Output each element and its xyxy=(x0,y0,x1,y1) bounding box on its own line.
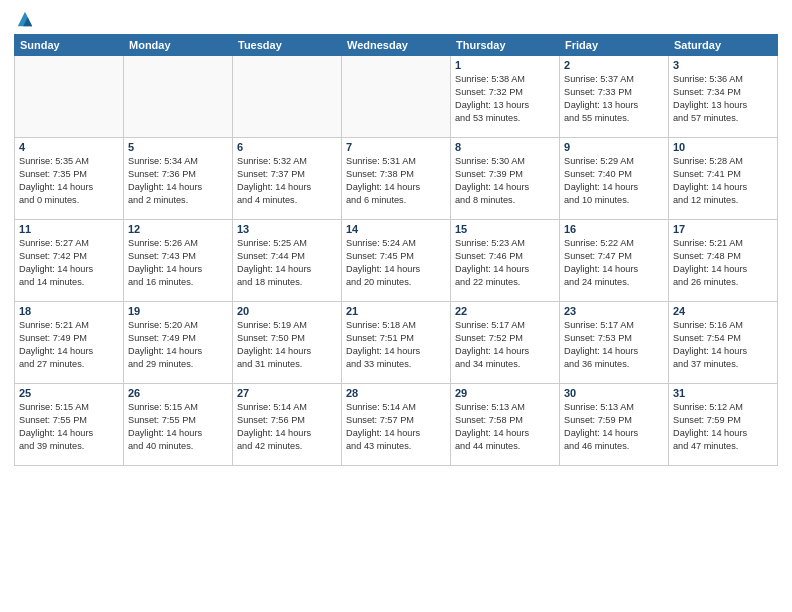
day-number: 29 xyxy=(455,387,555,399)
cell-info: Sunrise: 5:14 AMSunset: 7:56 PMDaylight:… xyxy=(237,401,337,453)
calendar-week-1: 1Sunrise: 5:38 AMSunset: 7:32 PMDaylight… xyxy=(15,56,778,138)
cell-info: Sunrise: 5:17 AMSunset: 7:52 PMDaylight:… xyxy=(455,319,555,371)
calendar-cell: 21Sunrise: 5:18 AMSunset: 7:51 PMDayligh… xyxy=(342,302,451,384)
calendar-week-3: 11Sunrise: 5:27 AMSunset: 7:42 PMDayligh… xyxy=(15,220,778,302)
calendar-cell: 22Sunrise: 5:17 AMSunset: 7:52 PMDayligh… xyxy=(451,302,560,384)
day-number: 2 xyxy=(564,59,664,71)
calendar-cell: 4Sunrise: 5:35 AMSunset: 7:35 PMDaylight… xyxy=(15,138,124,220)
calendar-cell: 31Sunrise: 5:12 AMSunset: 7:59 PMDayligh… xyxy=(669,384,778,466)
cell-info: Sunrise: 5:12 AMSunset: 7:59 PMDaylight:… xyxy=(673,401,773,453)
weekday-header-sunday: Sunday xyxy=(15,35,124,56)
cell-info: Sunrise: 5:29 AMSunset: 7:40 PMDaylight:… xyxy=(564,155,664,207)
calendar-cell: 12Sunrise: 5:26 AMSunset: 7:43 PMDayligh… xyxy=(124,220,233,302)
calendar-cell: 27Sunrise: 5:14 AMSunset: 7:56 PMDayligh… xyxy=(233,384,342,466)
cell-info: Sunrise: 5:31 AMSunset: 7:38 PMDaylight:… xyxy=(346,155,446,207)
day-number: 18 xyxy=(19,305,119,317)
calendar-cell: 14Sunrise: 5:24 AMSunset: 7:45 PMDayligh… xyxy=(342,220,451,302)
day-number: 31 xyxy=(673,387,773,399)
day-number: 27 xyxy=(237,387,337,399)
cell-info: Sunrise: 5:28 AMSunset: 7:41 PMDaylight:… xyxy=(673,155,773,207)
calendar-table: SundayMondayTuesdayWednesdayThursdayFrid… xyxy=(14,34,778,466)
calendar-cell: 20Sunrise: 5:19 AMSunset: 7:50 PMDayligh… xyxy=(233,302,342,384)
day-number: 17 xyxy=(673,223,773,235)
logo-icon xyxy=(16,10,34,28)
cell-info: Sunrise: 5:20 AMSunset: 7:49 PMDaylight:… xyxy=(128,319,228,371)
day-number: 15 xyxy=(455,223,555,235)
calendar-cell: 15Sunrise: 5:23 AMSunset: 7:46 PMDayligh… xyxy=(451,220,560,302)
cell-info: Sunrise: 5:13 AMSunset: 7:58 PMDaylight:… xyxy=(455,401,555,453)
page: SundayMondayTuesdayWednesdayThursdayFrid… xyxy=(0,0,792,612)
day-number: 28 xyxy=(346,387,446,399)
cell-info: Sunrise: 5:17 AMSunset: 7:53 PMDaylight:… xyxy=(564,319,664,371)
calendar-cell: 24Sunrise: 5:16 AMSunset: 7:54 PMDayligh… xyxy=(669,302,778,384)
day-number: 10 xyxy=(673,141,773,153)
cell-info: Sunrise: 5:25 AMSunset: 7:44 PMDaylight:… xyxy=(237,237,337,289)
calendar-cell: 2Sunrise: 5:37 AMSunset: 7:33 PMDaylight… xyxy=(560,56,669,138)
calendar-cell: 19Sunrise: 5:20 AMSunset: 7:49 PMDayligh… xyxy=(124,302,233,384)
day-number: 1 xyxy=(455,59,555,71)
calendar-cell: 25Sunrise: 5:15 AMSunset: 7:55 PMDayligh… xyxy=(15,384,124,466)
day-number: 13 xyxy=(237,223,337,235)
day-number: 5 xyxy=(128,141,228,153)
calendar-cell: 18Sunrise: 5:21 AMSunset: 7:49 PMDayligh… xyxy=(15,302,124,384)
day-number: 22 xyxy=(455,305,555,317)
day-number: 11 xyxy=(19,223,119,235)
calendar-cell xyxy=(15,56,124,138)
day-number: 3 xyxy=(673,59,773,71)
calendar-cell: 3Sunrise: 5:36 AMSunset: 7:34 PMDaylight… xyxy=(669,56,778,138)
calendar-cell xyxy=(233,56,342,138)
calendar-header-row: SundayMondayTuesdayWednesdayThursdayFrid… xyxy=(15,35,778,56)
calendar-cell: 7Sunrise: 5:31 AMSunset: 7:38 PMDaylight… xyxy=(342,138,451,220)
cell-info: Sunrise: 5:34 AMSunset: 7:36 PMDaylight:… xyxy=(128,155,228,207)
cell-info: Sunrise: 5:21 AMSunset: 7:49 PMDaylight:… xyxy=(19,319,119,371)
cell-info: Sunrise: 5:37 AMSunset: 7:33 PMDaylight:… xyxy=(564,73,664,125)
day-number: 23 xyxy=(564,305,664,317)
cell-info: Sunrise: 5:36 AMSunset: 7:34 PMDaylight:… xyxy=(673,73,773,125)
weekday-header-tuesday: Tuesday xyxy=(233,35,342,56)
logo xyxy=(14,10,34,28)
calendar-cell: 17Sunrise: 5:21 AMSunset: 7:48 PMDayligh… xyxy=(669,220,778,302)
day-number: 26 xyxy=(128,387,228,399)
cell-info: Sunrise: 5:24 AMSunset: 7:45 PMDaylight:… xyxy=(346,237,446,289)
calendar-cell: 29Sunrise: 5:13 AMSunset: 7:58 PMDayligh… xyxy=(451,384,560,466)
calendar-cell: 30Sunrise: 5:13 AMSunset: 7:59 PMDayligh… xyxy=(560,384,669,466)
calendar-cell: 13Sunrise: 5:25 AMSunset: 7:44 PMDayligh… xyxy=(233,220,342,302)
day-number: 12 xyxy=(128,223,228,235)
cell-info: Sunrise: 5:14 AMSunset: 7:57 PMDaylight:… xyxy=(346,401,446,453)
cell-info: Sunrise: 5:15 AMSunset: 7:55 PMDaylight:… xyxy=(19,401,119,453)
day-number: 7 xyxy=(346,141,446,153)
calendar-cell: 23Sunrise: 5:17 AMSunset: 7:53 PMDayligh… xyxy=(560,302,669,384)
calendar-week-2: 4Sunrise: 5:35 AMSunset: 7:35 PMDaylight… xyxy=(15,138,778,220)
header xyxy=(14,10,778,28)
cell-info: Sunrise: 5:13 AMSunset: 7:59 PMDaylight:… xyxy=(564,401,664,453)
day-number: 4 xyxy=(19,141,119,153)
cell-info: Sunrise: 5:23 AMSunset: 7:46 PMDaylight:… xyxy=(455,237,555,289)
cell-info: Sunrise: 5:30 AMSunset: 7:39 PMDaylight:… xyxy=(455,155,555,207)
cell-info: Sunrise: 5:18 AMSunset: 7:51 PMDaylight:… xyxy=(346,319,446,371)
weekday-header-monday: Monday xyxy=(124,35,233,56)
weekday-header-wednesday: Wednesday xyxy=(342,35,451,56)
day-number: 21 xyxy=(346,305,446,317)
day-number: 30 xyxy=(564,387,664,399)
cell-info: Sunrise: 5:27 AMSunset: 7:42 PMDaylight:… xyxy=(19,237,119,289)
calendar-cell: 16Sunrise: 5:22 AMSunset: 7:47 PMDayligh… xyxy=(560,220,669,302)
calendar-week-4: 18Sunrise: 5:21 AMSunset: 7:49 PMDayligh… xyxy=(15,302,778,384)
day-number: 24 xyxy=(673,305,773,317)
day-number: 25 xyxy=(19,387,119,399)
cell-info: Sunrise: 5:21 AMSunset: 7:48 PMDaylight:… xyxy=(673,237,773,289)
calendar-cell: 6Sunrise: 5:32 AMSunset: 7:37 PMDaylight… xyxy=(233,138,342,220)
cell-info: Sunrise: 5:19 AMSunset: 7:50 PMDaylight:… xyxy=(237,319,337,371)
calendar-cell: 11Sunrise: 5:27 AMSunset: 7:42 PMDayligh… xyxy=(15,220,124,302)
cell-info: Sunrise: 5:26 AMSunset: 7:43 PMDaylight:… xyxy=(128,237,228,289)
calendar-cell: 9Sunrise: 5:29 AMSunset: 7:40 PMDaylight… xyxy=(560,138,669,220)
cell-info: Sunrise: 5:32 AMSunset: 7:37 PMDaylight:… xyxy=(237,155,337,207)
calendar-cell xyxy=(124,56,233,138)
weekday-header-thursday: Thursday xyxy=(451,35,560,56)
cell-info: Sunrise: 5:22 AMSunset: 7:47 PMDaylight:… xyxy=(564,237,664,289)
day-number: 20 xyxy=(237,305,337,317)
calendar-cell xyxy=(342,56,451,138)
weekday-header-friday: Friday xyxy=(560,35,669,56)
calendar-week-5: 25Sunrise: 5:15 AMSunset: 7:55 PMDayligh… xyxy=(15,384,778,466)
calendar-cell: 26Sunrise: 5:15 AMSunset: 7:55 PMDayligh… xyxy=(124,384,233,466)
day-number: 9 xyxy=(564,141,664,153)
